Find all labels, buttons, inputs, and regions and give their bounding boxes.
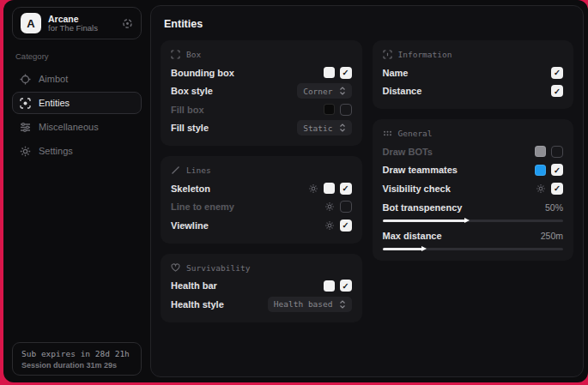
check-icon: ✓: [554, 87, 561, 96]
checkbox-checked[interactable]: ✓: [340, 183, 352, 195]
card-title-text: Information: [398, 50, 452, 59]
information-card: Information Name ✓ Distance ✓: [373, 40, 574, 109]
checkbox-unchecked[interactable]: [340, 201, 352, 213]
checkbox-checked[interactable]: ✓: [551, 164, 563, 176]
slider-value: 50%: [545, 202, 563, 213]
setting-row-box-style: Box style Corner: [171, 82, 352, 101]
lines-card: Lines Skeleton ✓: [161, 156, 362, 244]
checkbox-checked[interactable]: ✓: [551, 183, 563, 195]
setting-label: Box style: [171, 86, 213, 96]
chevrons-up-down-icon: [339, 123, 346, 132]
card-title-text: Survivability: [186, 263, 250, 273]
sidebar-item-settings[interactable]: Settings: [12, 140, 142, 162]
setting-label: Health style: [171, 299, 224, 310]
health-style-dropdown[interactable]: Health based: [268, 297, 352, 312]
setting-label: Draw BOTs: [383, 147, 433, 157]
bot-transparency-slider[interactable]: [383, 220, 564, 222]
scan-eye-icon: [20, 98, 31, 109]
color-swatch[interactable]: [324, 67, 335, 78]
sidebar-item-entities[interactable]: Entities: [12, 92, 142, 114]
setting-row-visibility-check: Visibility check ✓: [383, 179, 564, 198]
box-brackets-icon: [171, 50, 180, 59]
setting-label: Bounding box: [171, 68, 234, 78]
color-swatch[interactable]: [324, 104, 335, 115]
checkbox-checked[interactable]: ✓: [340, 220, 352, 232]
slider-thumb[interactable]: [421, 246, 427, 251]
setting-row-skeleton: Skeleton ✓: [171, 179, 352, 198]
setting-row-fill-style: Fill style Static: [171, 119, 352, 138]
category-label: Category: [12, 39, 142, 68]
gear-icon[interactable]: [324, 202, 335, 212]
setting-label: Viewline: [171, 220, 209, 231]
setting-row-draw-teammates: Draw teammates ✓: [383, 161, 564, 180]
right-column: Information Name ✓ Distance ✓: [373, 40, 574, 261]
checkbox-checked[interactable]: ✓: [551, 67, 563, 79]
general-card: General Draw BOTs Draw teammates: [373, 119, 574, 261]
dropdown-value: Health based: [274, 299, 333, 309]
gear-icon[interactable]: [536, 183, 546, 194]
heart-icon: [171, 263, 180, 273]
setting-row-bounding-box: Bounding box ✓: [171, 63, 352, 82]
setting-label: Line to enemy: [171, 202, 234, 212]
setting-label: Visibility check: [383, 183, 451, 194]
gear-icon[interactable]: [308, 183, 318, 194]
main-panel: Entities Box: [150, 5, 584, 377]
setting-row-viewline: Viewline ✓: [171, 216, 352, 235]
info-scan-icon: [383, 50, 392, 59]
fill-style-dropdown[interactable]: Static: [297, 120, 351, 135]
sidebar-item-label: Settings: [39, 146, 73, 156]
setting-label: Skeleton: [171, 183, 210, 194]
app-logo-card: A Arcane for The Finals: [12, 7, 142, 39]
color-swatch[interactable]: [535, 165, 546, 176]
color-swatch[interactable]: [535, 146, 546, 157]
grid-dots-icon: [383, 129, 392, 138]
card-title-text: General: [398, 129, 433, 138]
setting-row-line-to-enemy: Line to enemy: [171, 198, 352, 217]
setting-label: Max distance: [383, 231, 442, 241]
sliders-icon: [20, 122, 31, 133]
sync-icon[interactable]: [122, 18, 133, 29]
check-icon: ✓: [554, 166, 561, 175]
checkbox-unchecked[interactable]: [551, 146, 563, 158]
setting-row-fill-box: Fill box: [171, 100, 352, 119]
checkbox-checked[interactable]: ✓: [340, 67, 352, 79]
checkbox-unchecked[interactable]: [340, 104, 352, 116]
dropdown-value: Static: [303, 123, 332, 133]
slider-thumb[interactable]: [464, 218, 470, 223]
dropdown-value: Corner: [303, 87, 332, 96]
setting-row-health-bar: Health bar ✓: [171, 277, 352, 296]
setting-row-health-style: Health style Health based: [171, 295, 352, 314]
check-icon: ✓: [342, 69, 349, 77]
color-swatch[interactable]: [324, 183, 335, 194]
sidebar-item-label: Aimbot: [39, 74, 68, 84]
box-style-dropdown[interactable]: Corner: [297, 83, 351, 99]
color-swatch[interactable]: [324, 280, 335, 292]
checkbox-checked[interactable]: ✓: [340, 280, 352, 292]
setting-label: Draw teammates: [383, 165, 458, 175]
check-icon: ✓: [342, 184, 349, 193]
sidebar-item-miscellaneous[interactable]: Miscellaneous: [12, 116, 142, 138]
app-name: Arcane: [48, 14, 98, 24]
max-distance-slider[interactable]: [383, 248, 564, 250]
max-distance-setting: Max distance 250m: [383, 228, 564, 250]
crosshair-icon: [20, 74, 31, 85]
setting-label: Distance: [383, 86, 422, 96]
subscription-info-card: Sub expires in 28d 21h Session duration …: [12, 342, 142, 376]
check-icon: ✓: [342, 221, 349, 230]
gear-icon[interactable]: [324, 220, 335, 231]
diagonal-line-icon: [171, 165, 180, 175]
check-icon: ✓: [554, 69, 561, 77]
sidebar-item-label: Miscellaneous: [39, 122, 99, 132]
setting-row-distance: Distance ✓: [383, 82, 564, 101]
app-window: A Arcane for The Finals Category: [3, 0, 588, 382]
checkbox-checked[interactable]: ✓: [551, 85, 563, 97]
session-duration-text: Session duration 31m 29s: [21, 361, 132, 370]
check-icon: ✓: [342, 282, 349, 291]
chevrons-up-down-icon: [339, 300, 346, 309]
check-icon: ✓: [554, 184, 561, 193]
sidebar-item-aimbot[interactable]: Aimbot: [12, 68, 142, 90]
setting-label: Bot transpenency: [383, 202, 463, 213]
card-title-text: Lines: [186, 165, 211, 175]
setting-row-name: Name ✓: [383, 63, 564, 82]
left-column: Box Bounding box ✓ Box style Co: [161, 40, 362, 322]
